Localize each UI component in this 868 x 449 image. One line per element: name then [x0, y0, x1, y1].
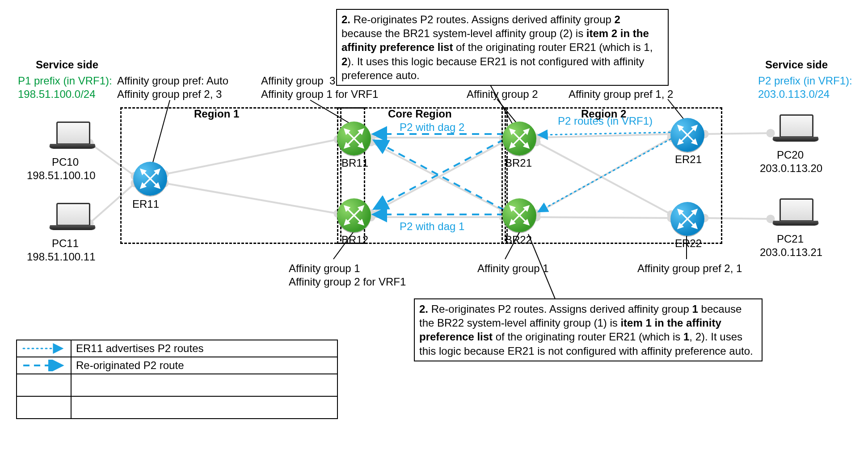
- p2-prefix-line1: P2 prefix (in VRF1):: [758, 74, 852, 88]
- legend-row2-text: Re-originated P2 route: [71, 357, 337, 374]
- er21-label: ER21: [675, 153, 702, 166]
- er11-affinity-line2: Affinity group pref 2, 3: [117, 88, 222, 101]
- br22-affinity: Affinity group 1: [477, 262, 549, 275]
- p2-dag2-label: P2 with dag 2: [400, 121, 464, 134]
- legend-row-empty-2: [17, 396, 337, 419]
- p2-prefix-line2: 203.0.113.0/24: [758, 88, 830, 101]
- p1-prefix-line2: 198.51.100.0/24: [18, 88, 96, 101]
- legend-row-dashed: Re-originated P2 route: [17, 357, 337, 374]
- er11-affinity-line1: Affinity group pref: Auto: [117, 74, 228, 88]
- region1-label: Region 1: [194, 107, 239, 121]
- br21-router-icon: [502, 122, 536, 155]
- br11-router-icon: [337, 122, 371, 155]
- er21-router-icon: [670, 118, 704, 152]
- pc20-laptop-icon: [773, 114, 818, 146]
- br12-affinity-line2: Affinity group 2 for VRF1: [289, 275, 406, 289]
- br12-affinity-line1: Affinity group 1: [289, 262, 360, 275]
- pc11-laptop-icon: [50, 203, 95, 234]
- br21-affinity: Affinity group 2: [467, 88, 538, 101]
- er11-router-icon: [133, 162, 167, 196]
- pc10-ip: 198.51.100.10: [27, 169, 95, 182]
- legend-row-dotted: ER11 advertises P2 routes: [17, 340, 337, 357]
- core-region-label: Core Region: [388, 107, 452, 121]
- pc21-laptop-icon: [773, 198, 818, 230]
- er22-affinity: Affinity group pref 2, 1: [637, 262, 742, 275]
- callout-br22-step: 2.: [419, 303, 428, 315]
- pc11-name: PC11: [52, 237, 79, 250]
- p2-routes-label: P2 routes (in VRF1): [558, 114, 653, 128]
- callout-br21: 2. Re-originates P2 routes. Assigns deri…: [336, 9, 669, 86]
- legend-row1-text: ER11 advertises P2 routes: [71, 340, 337, 357]
- pc21-ip: 203.0.113.21: [760, 246, 822, 259]
- legend-row-empty-1: [17, 374, 337, 396]
- br12-label: BR12: [341, 233, 368, 247]
- p1-prefix-line1: P1 prefix (in VRF1):: [18, 74, 112, 88]
- br11-affinity-line2: Affinity group 1 for VRF1: [261, 88, 378, 101]
- br11-affinity-line1: Affinity group 3: [261, 74, 335, 88]
- br11-label: BR11: [341, 156, 368, 170]
- p2-dag1-label: P2 with dag 1: [400, 220, 464, 233]
- er21-affinity: Affinity group pref 1, 2: [569, 88, 673, 101]
- pc20-ip: 203.0.113.20: [760, 162, 822, 175]
- br22-label: BR22: [505, 233, 532, 247]
- pc10-laptop-icon: [50, 122, 95, 153]
- diagram-canvas: { "headings": { "service_left": "Service…: [0, 0, 868, 449]
- service-side-left-heading: Service side: [36, 58, 98, 71]
- pc20-name: PC20: [777, 148, 804, 162]
- callout-br21-step: 2.: [341, 13, 350, 25]
- er22-router-icon: [670, 202, 704, 236]
- pc11-ip: 198.51.100.11: [27, 250, 95, 264]
- legend-dashed-arrow-icon: [21, 360, 66, 371]
- er22-label: ER22: [675, 237, 702, 250]
- br21-label: BR21: [505, 156, 532, 170]
- legend-table: ER11 advertises P2 routes Re-originated …: [16, 340, 338, 419]
- legend-dotted-arrow-icon: [21, 343, 66, 354]
- service-side-right-heading: Service side: [765, 58, 828, 71]
- pc21-name: PC21: [777, 232, 804, 246]
- er11-label: ER11: [132, 197, 159, 211]
- br12-router-icon: [337, 198, 371, 232]
- br22-router-icon: [502, 198, 536, 232]
- callout-br22: 2. Re-originates P2 routes. Assigns deri…: [414, 298, 763, 361]
- pc10-name: PC10: [52, 155, 79, 169]
